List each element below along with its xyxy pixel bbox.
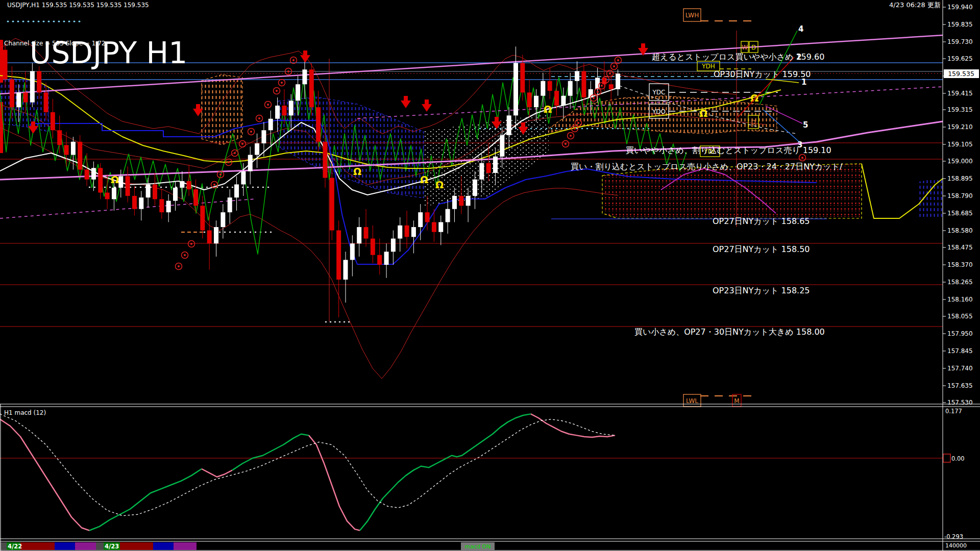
candle-body — [255, 143, 259, 155]
candle-body — [479, 163, 484, 180]
price-axis-label: 159.105 — [947, 141, 973, 148]
date-label: 4/23 — [105, 543, 119, 550]
candle-body — [282, 106, 286, 115]
macd-main-line — [202, 469, 232, 477]
session-segment — [0, 542, 7, 550]
omega-signal-icon: Ω — [699, 108, 707, 119]
candle-body — [316, 107, 321, 142]
wave-number-label: 4 — [798, 24, 803, 34]
candle-body — [561, 96, 566, 106]
macd-signal-line — [0, 414, 615, 516]
macd-on-label: macd ON — [465, 543, 491, 550]
price-axis-label: 159.000 — [947, 158, 973, 165]
panel-borders — [0, 0, 980, 551]
session-segment — [120, 542, 153, 550]
candle-body — [548, 81, 552, 91]
candle-body — [200, 206, 205, 230]
cloud-region — [602, 164, 862, 218]
omega-signal-icon: Ω — [353, 166, 361, 177]
date-label: 4/22 — [8, 543, 22, 550]
omega-signal-icon: Ω — [435, 179, 444, 190]
candle-body — [234, 184, 239, 197]
candle-body — [132, 196, 137, 209]
candle-body — [323, 142, 327, 178]
omega-signal-icon: Ω — [420, 174, 428, 185]
session-segment — [75, 542, 96, 550]
trading-chart-canvas[interactable]: ΩΩΩΩΩΩΩ 42153 LWHWDYDHYDCYDODYDLLWLM 超える… — [0, 0, 980, 551]
candle-body — [330, 178, 334, 231]
circle-signal-dot — [617, 59, 619, 61]
candle-body — [438, 222, 443, 232]
candle-body — [85, 169, 89, 179]
candle-body — [459, 196, 463, 206]
candle-body — [350, 243, 355, 260]
candle-body — [187, 181, 191, 189]
candle-body — [344, 260, 348, 280]
candle-body — [139, 197, 143, 209]
macd-main-line — [89, 469, 202, 531]
circle-signal-dot — [801, 157, 803, 159]
candle-body — [493, 157, 498, 173]
price-axis-label: 158.370 — [947, 261, 973, 268]
annotation-text: 超えるとストップロス買いやや小さめ 159.60 — [652, 52, 824, 62]
cloud-region — [202, 74, 242, 145]
macd-axis-top: 0.177 — [945, 408, 962, 415]
session-segment — [197, 542, 943, 550]
omega-signal-icon: Ω — [750, 92, 758, 104]
candle-body — [554, 91, 559, 106]
annotation-text: OP30日NYカット 159.50 — [714, 69, 811, 79]
candle-body — [214, 227, 218, 243]
price-axis-label: 159.415 — [947, 90, 973, 97]
level-box-label: W — [742, 44, 748, 51]
candle-body — [16, 92, 21, 107]
level-box-label: YDH — [701, 63, 715, 70]
price-axis-label: 158.685 — [947, 210, 973, 217]
candle-body — [309, 69, 314, 107]
annotation-text: 買いやや小さめ、割り込むとストップロス売り 159.10 — [626, 145, 831, 155]
level-box-label: M — [734, 397, 739, 405]
level-box-label: YDO — [652, 108, 666, 115]
macd-panel — [0, 414, 950, 530]
level-box-label: LWL — [686, 397, 698, 405]
candle-body — [51, 112, 55, 130]
price-axis-label: 158.895 — [947, 175, 973, 182]
candle-body — [10, 80, 14, 108]
level-box-label: D — [751, 119, 755, 126]
omega-signal-icon: Ω — [111, 174, 119, 185]
circle-signal-dot — [609, 72, 611, 74]
cloud-region — [919, 178, 943, 219]
level-box-label: LWH — [685, 12, 699, 19]
price-axis-label: 159.210 — [947, 123, 973, 131]
candle-body — [446, 209, 450, 222]
circle-signal-dot — [605, 79, 607, 81]
candle-body — [118, 176, 123, 188]
macd-axis-bottom: -0.293 — [944, 533, 963, 540]
candle-body — [64, 145, 69, 155]
candle-body — [507, 115, 511, 135]
circle-signal-dot — [250, 131, 252, 133]
circle-signal-dot — [219, 173, 222, 176]
session-segment — [96, 542, 104, 550]
annotation-text: OP27日NYカット 158.65 — [713, 216, 810, 226]
candle-body — [609, 84, 614, 89]
candle-body — [336, 231, 341, 280]
candle-body — [44, 92, 48, 112]
candle-body — [513, 63, 518, 115]
circle-signal-dot — [601, 85, 603, 87]
candle-body — [220, 212, 225, 227]
candle-body — [391, 239, 396, 252]
price-axis-label: 157.635 — [947, 382, 973, 389]
circle-signal-dot — [597, 91, 599, 93]
candle-body — [207, 231, 212, 244]
candle-body — [71, 142, 76, 155]
candle-body — [473, 180, 477, 196]
current-price-label: 159.535 — [948, 70, 974, 78]
macd-indicator-label: H1 macd (12) — [4, 409, 46, 416]
price-axis-label: 159.835 — [947, 21, 973, 28]
candle-body — [289, 101, 293, 115]
circle-signal-dot — [570, 135, 572, 137]
annotation-text: OP23日NYカット 158.25 — [713, 286, 810, 295]
price-axis-label: 158.265 — [947, 279, 973, 286]
circle-signal-dot — [281, 82, 283, 84]
candle-body — [418, 212, 423, 227]
